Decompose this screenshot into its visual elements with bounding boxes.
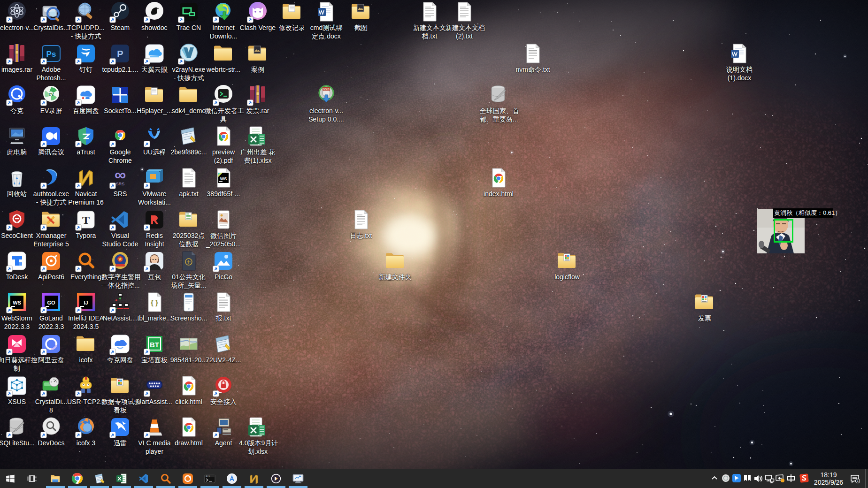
svg-text:SRS: SRS — [116, 182, 125, 186]
svg-text:{ }: { } — [151, 298, 158, 306]
svg-text:WS: WS — [13, 300, 21, 305]
svg-text:C:\_: C:\_ — [206, 475, 211, 477]
svg-text:ev: ev — [48, 92, 54, 97]
svg-text:WS: WS — [220, 176, 227, 181]
svg-text:T: T — [82, 214, 90, 226]
svg-text:NSIS: NSIS — [323, 88, 330, 91]
svg-text:BT: BT — [150, 341, 159, 349]
svg-text:P: P — [117, 49, 123, 59]
svg-text:GO: GO — [47, 300, 55, 305]
svg-text:Ps: Ps — [46, 50, 56, 59]
svg-text:IJ: IJ — [84, 300, 88, 305]
svg-text:1: 1 — [857, 479, 859, 482]
svg-text:∞: ∞ — [115, 167, 126, 183]
